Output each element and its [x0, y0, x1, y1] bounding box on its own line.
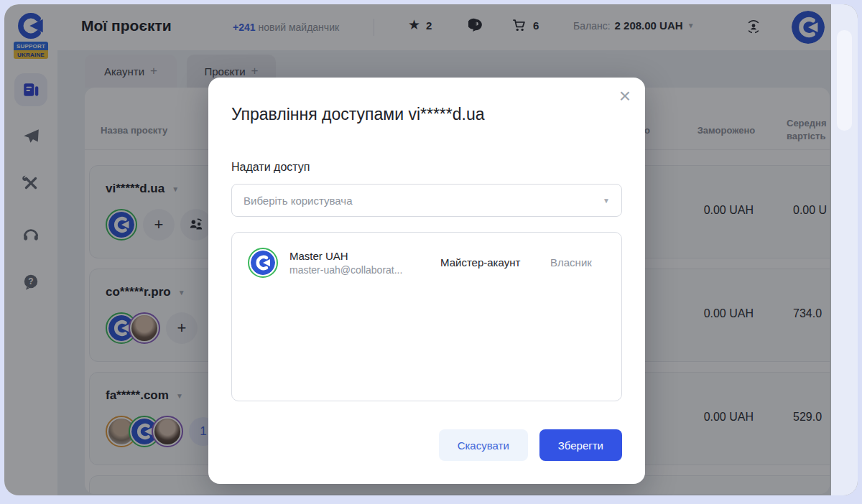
cancel-button[interactable]: Скасувати [439, 429, 528, 461]
collaborator-avatar-icon [251, 251, 275, 275]
modal-footer: Скасувати Зберегти [439, 429, 622, 461]
grant-access-label: Надати доступ [231, 161, 310, 174]
user-name: Master UAH [289, 250, 348, 262]
user-role: Власник [550, 256, 592, 269]
access-list-panel[interactable]: Master UAH master-uah@collaborat... Майс… [231, 232, 622, 401]
access-list-item: Master UAH master-uah@collaborat... Майс… [232, 233, 621, 293]
chevron-down-icon: ▼ [603, 197, 610, 205]
access-management-modal: × Управління доступами vi*****d.ua Надат… [208, 78, 645, 484]
scrollbar[interactable] [831, 4, 858, 495]
close-icon[interactable]: × [619, 85, 631, 108]
user-select[interactable]: Виберіть користувача ▼ [231, 184, 622, 217]
app-window: SUPPORT UKRAINE [4, 4, 858, 495]
user-email: master-uah@collaborat... [289, 264, 402, 276]
user-account-type: Майстер-акаунт [440, 256, 520, 269]
avatar [248, 248, 278, 278]
user-select-placeholder: Виберіть користувача [244, 195, 352, 207]
scrollbar-thumb[interactable] [837, 30, 852, 131]
modal-title: Управління доступами vi*****d.ua [231, 105, 485, 124]
save-button[interactable]: Зберегти [539, 429, 622, 461]
